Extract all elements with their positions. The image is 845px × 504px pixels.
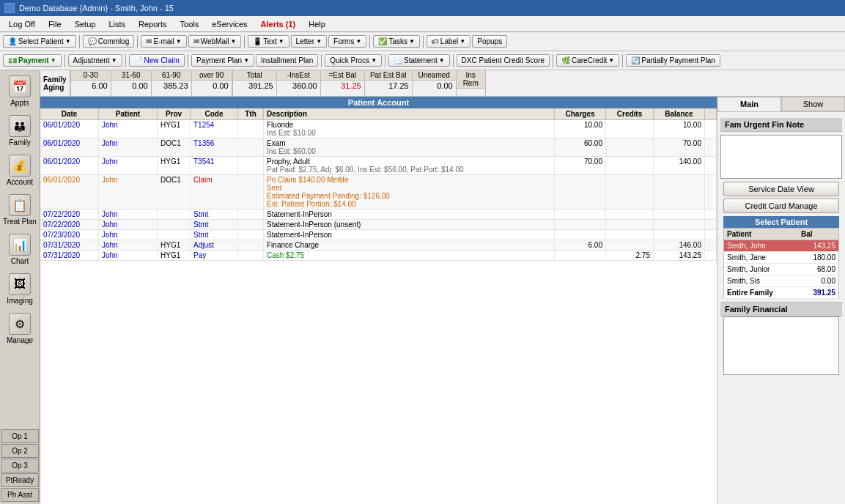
sidebar-item-family[interactable]: 👪 Family <box>1 111 39 150</box>
td-patient[interactable]: John <box>99 240 158 250</box>
td-patient[interactable]: John <box>99 120 158 138</box>
select-patient-button[interactable]: 👤 Select Patient ▼ <box>3 35 76 48</box>
td-credits <box>606 230 654 240</box>
menu-tools[interactable]: Tools <box>174 18 205 30</box>
patient-row[interactable]: Smith, Junior68.00 <box>724 264 839 275</box>
td-patient[interactable]: John <box>99 138 158 156</box>
care-credit-button[interactable]: 🌿 CareCredit ▼ <box>556 54 619 67</box>
td-date[interactable]: 06/01/2020 <box>40 157 99 174</box>
td-patient[interactable]: John <box>99 210 158 219</box>
op2-button[interactable]: Op 2 <box>1 444 39 458</box>
td-date[interactable]: 07/22/2020 <box>40 210 99 219</box>
sidebar-item-treat-plan[interactable]: 📋 Treat Plan <box>1 190 39 229</box>
aging-61-90-header: 61-90 <box>152 70 191 81</box>
text-button[interactable]: 📱 Text ▼ <box>248 35 289 48</box>
td-date[interactable]: 07/31/2020 <box>40 240 99 250</box>
ph-asst-button[interactable]: Ph Asst <box>1 488 39 502</box>
menu-logoff[interactable]: Log Off <box>3 18 41 30</box>
td-patient[interactable]: John <box>99 230 158 240</box>
menu-reports[interactable]: Reports <box>133 18 173 30</box>
family-label: Family <box>9 138 30 147</box>
partial-payment-button[interactable]: 🔄 Partially Payment Plan <box>626 54 720 67</box>
commlog-button[interactable]: 💬 Commlog <box>83 35 135 48</box>
sidebar-item-imaging[interactable]: 🖼 Imaging <box>1 270 39 308</box>
sidebar-item-account[interactable]: 💰 Account <box>1 151 39 190</box>
middle-content: Patient Account Date Patient Prov Code T… <box>40 97 845 504</box>
menu-alerts[interactable]: Alerts (1) <box>255 18 302 30</box>
td-credits <box>606 210 654 219</box>
label-button[interactable]: 🏷 Label ▼ <box>427 35 471 48</box>
sidebar-item-manage[interactable]: ⚙ Manage <box>1 309 39 348</box>
td-date[interactable]: 07/23/2020 <box>40 230 99 240</box>
service-date-view-button[interactable]: Service Date View <box>723 182 839 196</box>
aging-uneamed-header: Uneamed <box>413 70 456 81</box>
sep9 <box>321 54 322 67</box>
statement-button[interactable]: 📃 Statement ▼ <box>388 54 450 67</box>
patient-row[interactable]: Smith, John143.25 <box>724 240 839 252</box>
family-financial-title: Family Financial <box>720 302 842 316</box>
aging-over-90-value: 0.00 <box>192 81 232 91</box>
menu-eservices[interactable]: eServices <box>206 18 253 30</box>
table-row: 06/01/2020 John HYG1 T1254 FluorideIns E… <box>40 120 717 138</box>
td-date[interactable]: 06/01/2020 <box>40 175 99 209</box>
payment-button[interactable]: 💵 Payment ▼ <box>3 54 62 67</box>
op1-button[interactable]: Op 1 <box>1 429 39 443</box>
aging-total-header: Total <box>233 70 276 81</box>
patient-name: Smith, Junior <box>724 264 798 275</box>
quick-procs-button[interactable]: Quick Procs ▼ <box>325 54 382 67</box>
dxc-score-button[interactable]: DXC Patient Credit Score <box>457 54 550 67</box>
tab-show[interactable]: Show <box>781 97 845 111</box>
tasks-icon: ✅ <box>378 37 387 45</box>
account-icon: 💰 <box>9 155 31 177</box>
sidebar-item-chart[interactable]: 📊 Chart <box>1 230 39 269</box>
td-date[interactable]: 07/22/2020 <box>40 220 99 229</box>
td-date[interactable]: 06/01/2020 <box>40 138 99 156</box>
manage-label: Manage <box>7 336 33 344</box>
menu-help[interactable]: Help <box>303 18 331 30</box>
td-patient[interactable]: John <box>99 157 158 174</box>
aging-total-value: 391.25 <box>233 81 276 91</box>
patient-row[interactable]: Smith, Jane180.00 <box>724 252 839 264</box>
main-layout: 📅 Appts 👪 Family 💰 Account 📋 Treat Plan … <box>0 70 845 504</box>
td-patient[interactable]: John <box>99 175 158 209</box>
payment-plan-button[interactable]: Payment Plan ▼ <box>191 54 254 67</box>
td-tth <box>238 230 264 240</box>
credit-card-manage-button[interactable]: Credit Card Manage <box>723 199 839 213</box>
patient-bal: 0.00 <box>798 275 839 287</box>
td-tth <box>238 138 264 156</box>
td-prov: HYG1 <box>158 120 191 138</box>
menu-bar: Log Off File Setup Lists Reports Tools e… <box>0 16 845 32</box>
email-button[interactable]: ✉ E-mail ▼ <box>141 35 186 48</box>
td-charges <box>555 220 606 229</box>
tab-main[interactable]: Main <box>717 97 781 111</box>
td-balance <box>654 220 705 229</box>
new-claim-button[interactable]: 📄 New Claim <box>129 54 185 67</box>
patient-icon: 👤 <box>8 37 17 45</box>
td-credits <box>606 157 654 174</box>
ptready-button[interactable]: PtReady <box>1 473 39 487</box>
sep5 <box>423 35 424 48</box>
webmail-button[interactable]: ✉ WebMail ▼ <box>188 35 242 48</box>
op3-button[interactable]: Op 3 <box>1 459 39 472</box>
right-panel: Main Show Fam Urgent Fin Note Service Da… <box>717 97 845 504</box>
partial-payment-icon: 🔄 <box>631 56 640 64</box>
sidebar-item-appts[interactable]: 📅 Appts <box>1 72 39 111</box>
td-patient[interactable]: John <box>99 220 158 229</box>
menu-setup[interactable]: Setup <box>69 18 102 30</box>
adjustment-button[interactable]: Adjustment ▼ <box>68 54 122 67</box>
patient-row[interactable]: Smith, Sis0.00 <box>724 275 839 287</box>
td-patient[interactable]: John <box>99 251 158 260</box>
td-date[interactable]: 07/31/2020 <box>40 251 99 260</box>
entire-family-bal: 391.25 <box>798 287 839 299</box>
installment-plan-button[interactable]: Installment Plan <box>256 54 318 67</box>
aging-0-30-header: 0-30 <box>71 70 111 81</box>
menu-file[interactable]: File <box>43 18 67 30</box>
forms-button[interactable]: Forms ▼ <box>328 35 366 48</box>
aging-over-90-header: over 90 <box>192 70 232 81</box>
tasks-button[interactable]: ✅ Tasks ▼ <box>373 35 419 48</box>
td-date[interactable]: 06/01/2020 <box>40 120 99 138</box>
imaging-label: Imaging <box>7 297 33 305</box>
popups-button[interactable]: Popups <box>472 35 507 48</box>
menu-lists[interactable]: Lists <box>103 18 131 30</box>
letter-button[interactable]: Letter ▼ <box>291 35 328 48</box>
